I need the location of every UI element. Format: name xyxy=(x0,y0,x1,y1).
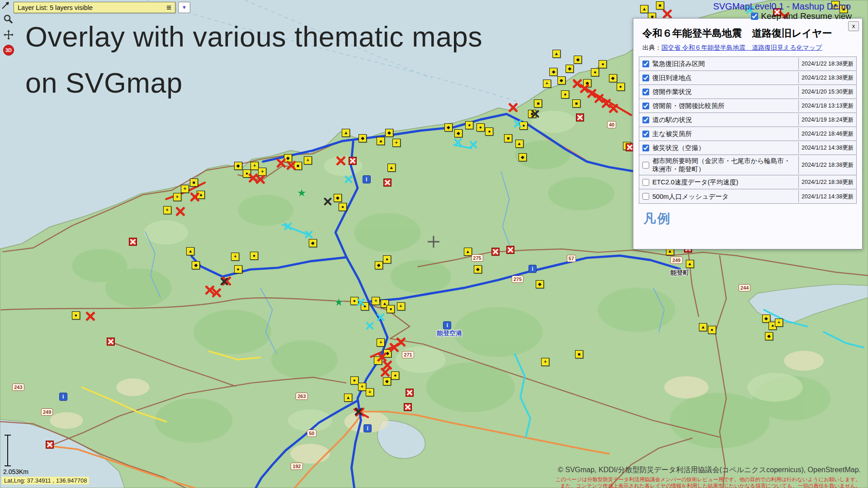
road-closed-marker[interactable] xyxy=(349,157,357,165)
damage-photo-marker[interactable]: + xyxy=(397,302,405,310)
layer-checkbox[interactable] xyxy=(642,193,649,200)
layer-checkbox[interactable] xyxy=(642,117,649,123)
cleared-x-marker[interactable] xyxy=(355,297,366,308)
info-point-marker[interactable]: i xyxy=(443,321,451,329)
legend-link[interactable]: 凡例 xyxy=(643,210,862,227)
closure-x-marker[interactable] xyxy=(276,158,287,169)
layer-row[interactable]: 500m人口メッシュデータ2024/1/12 14:38更新 xyxy=(639,189,856,203)
layer-checkbox[interactable] xyxy=(642,162,649,169)
damage-photo-marker[interactable]: ● xyxy=(599,60,607,68)
obstruction-x-marker[interactable] xyxy=(219,276,230,287)
damage-photo-marker[interactable]: ● xyxy=(485,127,493,136)
damage-photo-marker[interactable]: + xyxy=(392,139,401,147)
damage-photo-marker[interactable]: ◆ xyxy=(359,134,367,142)
closure-x-marker[interactable] xyxy=(662,9,673,19)
layer-checkbox[interactable] xyxy=(642,75,649,81)
damage-photo-marker[interactable]: ◆ xyxy=(192,261,200,269)
roadside-station-marker[interactable]: ★ xyxy=(297,188,307,198)
damage-photo-marker[interactable]: ◆ xyxy=(454,129,462,137)
cleared-x-marker[interactable] xyxy=(375,312,386,323)
damage-photo-marker[interactable]: ◆ xyxy=(309,239,317,247)
damage-photo-marker[interactable]: + xyxy=(543,80,551,88)
damage-photo-marker[interactable]: ▲ xyxy=(552,50,561,58)
damage-photo-marker[interactable]: ◆ xyxy=(557,76,566,84)
damage-photo-marker[interactable]: ▲ xyxy=(387,164,396,172)
damage-photo-marker[interactable]: ■ xyxy=(190,178,198,187)
damage-photo-marker[interactable]: ● xyxy=(383,255,391,263)
road-closed-marker[interactable] xyxy=(576,113,584,122)
cleared-x-marker[interactable] xyxy=(283,221,293,232)
damage-photo-marker[interactable]: ● xyxy=(250,252,258,260)
damage-photo-marker[interactable]: ◆ xyxy=(375,261,383,269)
info-point-marker[interactable]: i xyxy=(528,265,537,273)
damage-photo-marker[interactable]: + xyxy=(231,253,239,261)
damage-photo-marker[interactable]: ▲ xyxy=(464,248,472,256)
keep-resume-toggle[interactable]: Keep and Resume view xyxy=(751,11,852,21)
damage-photo-marker[interactable]: ● xyxy=(561,90,569,99)
damage-photo-marker[interactable]: ● xyxy=(476,123,485,131)
damage-photo-marker[interactable]: ▲ xyxy=(640,5,648,13)
road-closed-marker[interactable] xyxy=(406,389,414,397)
damage-photo-marker[interactable]: ◆ xyxy=(383,377,391,385)
damage-photo-marker[interactable]: + xyxy=(366,388,374,396)
closure-x-marker[interactable] xyxy=(189,192,200,202)
panel-close-button[interactable]: x xyxy=(848,21,859,31)
damage-photo-marker[interactable]: ■ xyxy=(575,350,583,358)
zoom-button[interactable] xyxy=(3,14,14,25)
layer-row[interactable]: 被災状況（空撮）2024/1/12 14:38更新 xyxy=(639,141,856,155)
damage-photo-marker[interactable]: ◆ xyxy=(334,194,342,202)
damage-photo-marker[interactable]: + xyxy=(173,193,181,201)
layer-checkbox[interactable] xyxy=(642,131,649,137)
layer-list-dropdown-button[interactable]: ▼ xyxy=(178,2,190,13)
cleared-x-marker[interactable] xyxy=(512,118,523,129)
damage-photo-marker[interactable]: ● xyxy=(350,376,359,385)
damage-photo-marker[interactable]: ◆ xyxy=(566,65,574,73)
closure-x-marker[interactable] xyxy=(286,160,297,171)
road-closed-marker[interactable] xyxy=(506,246,514,254)
damage-photo-marker[interactable]: ▲ xyxy=(377,137,385,145)
closure-x-marker[interactable] xyxy=(608,103,619,114)
road-closed-marker[interactable] xyxy=(491,248,500,256)
cleared-x-marker[interactable] xyxy=(364,320,375,331)
info-point-marker[interactable]: i xyxy=(59,393,67,401)
damage-photo-marker[interactable]: ● xyxy=(72,311,80,319)
damage-photo-marker[interactable]: ● xyxy=(708,326,716,334)
obstruction-x-marker[interactable] xyxy=(322,196,333,207)
damage-photo-marker[interactable]: ◆ xyxy=(574,56,582,64)
damage-photo-marker[interactable]: + xyxy=(163,206,171,214)
damage-photo-marker[interactable]: ◆ xyxy=(474,265,482,273)
menu-icon[interactable]: ≡ xyxy=(166,3,171,12)
cleared-x-marker[interactable] xyxy=(468,139,479,150)
damage-photo-marker[interactable]: ● xyxy=(591,68,599,76)
damage-photo-marker[interactable]: ▲ xyxy=(699,323,707,331)
damage-photo-marker[interactable]: ● xyxy=(387,305,395,313)
damage-photo-marker[interactable]: ◆ xyxy=(385,129,393,137)
layer-list-bar[interactable]: Layer List: 5 layers visible ≡ xyxy=(14,2,175,13)
source-link[interactable]: 国交省 令和６年能登半島地震 道路復旧見える化マップ xyxy=(661,44,822,51)
pan-button[interactable] xyxy=(3,29,14,41)
damage-photo-marker[interactable]: ◆ xyxy=(549,68,557,76)
damage-photo-marker[interactable]: ● xyxy=(617,83,625,91)
closure-x-marker[interactable] xyxy=(175,206,186,217)
layer-checkbox[interactable] xyxy=(642,89,649,95)
damage-photo-marker[interactable]: ▲ xyxy=(342,129,350,137)
obstruction-x-marker[interactable] xyxy=(353,406,364,417)
layer-row[interactable]: ETC2.0速度データ(平均速度)2024/1/22 18:38更新 xyxy=(639,175,856,189)
layer-checkbox[interactable] xyxy=(642,61,649,67)
damage-photo-marker[interactable]: ■ xyxy=(572,99,580,108)
damage-photo-marker[interactable]: ◆ xyxy=(765,332,773,340)
app-title-link[interactable]: SVGMapLevel0.1 - Mashup Demo xyxy=(713,1,851,12)
damage-photo-marker[interactable]: + xyxy=(775,319,783,327)
damage-photo-marker[interactable]: ● xyxy=(391,371,399,380)
damage-photo-marker[interactable]: ◆ xyxy=(536,280,544,288)
layer-row[interactable]: 啓開前・啓開後比較箇所2024/1/18 13:13更新 xyxy=(639,99,856,113)
damage-photo-marker[interactable]: ● xyxy=(234,265,242,273)
damage-photo-marker[interactable]: ■ xyxy=(504,134,512,142)
damage-photo-marker[interactable]: + xyxy=(541,358,549,366)
layer-checkbox[interactable] xyxy=(642,145,649,151)
damage-photo-marker[interactable]: ▲ xyxy=(515,140,524,148)
damage-photo-marker[interactable]: + xyxy=(372,297,380,305)
road-closed-marker[interactable] xyxy=(107,338,115,346)
road-closed-marker[interactable] xyxy=(46,441,54,449)
damage-photo-marker[interactable]: ● xyxy=(465,121,473,129)
